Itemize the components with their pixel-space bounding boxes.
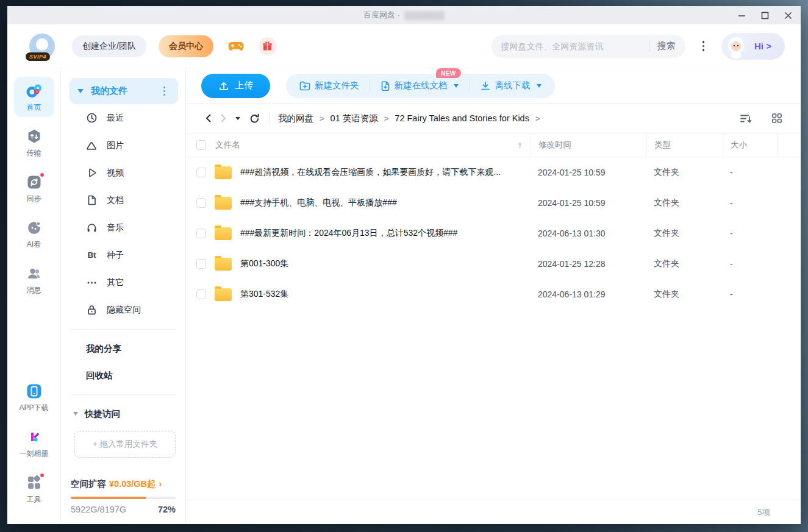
rail-label: AI看	[27, 239, 41, 250]
back-button[interactable]	[201, 111, 216, 126]
maximize-button[interactable]	[760, 11, 769, 20]
gift-button[interactable]	[259, 37, 277, 55]
file-name[interactable]: ###超清视频，在线观看会压缩画质，如果要画质好，请下载下来观...	[240, 167, 509, 178]
ai-view-icon	[26, 219, 43, 236]
search-input[interactable]	[501, 41, 642, 51]
sidebar-item-hidden-space[interactable]: 隐藏空间	[70, 296, 178, 324]
storage-progress-fill	[71, 497, 146, 499]
new-online-doc-button[interactable]: NEW 新建在线文档	[381, 80, 459, 91]
breadcrumb: 我的网盘 > 01 英语资源 > 72 Fairy Tales and Stor…	[278, 113, 540, 124]
file-name[interactable]: 第001-300集	[240, 258, 297, 269]
grid-view-button[interactable]	[769, 110, 785, 126]
expand-storage-link[interactable]: 空间扩容 ¥0.03/GB起 ›	[71, 478, 176, 490]
rail-item-messages[interactable]: 消息	[14, 260, 54, 300]
select-all-checkbox[interactable]	[196, 140, 206, 150]
breadcrumb-item[interactable]: 72 Fairy Tales and Stories for Kids	[395, 113, 529, 123]
table-row[interactable]: 第001-300集 2024-01-25 12:28 文件夹 -	[186, 249, 801, 279]
sidebar-item-label: 音乐	[107, 222, 124, 233]
sidebar-item-recent[interactable]: 最近	[70, 104, 178, 132]
user-avatar[interactable]: SVIP4	[29, 34, 55, 59]
folder-icon	[215, 258, 232, 271]
more-menu-button[interactable]	[699, 37, 709, 55]
table-row[interactable]: ###支持手机、电脑、电视、平板播放### 2024-01-25 10:59 文…	[186, 188, 801, 218]
file-name[interactable]: ###最新更新时间：2024年06月13日，总计532个视频###	[240, 228, 466, 239]
file-name[interactable]: 第301-532集	[240, 289, 297, 300]
create-team-button[interactable]: 创建企业/团队	[72, 35, 146, 57]
storage-usage: 5922G/8197G	[71, 505, 126, 514]
history-caret-icon[interactable]	[235, 117, 240, 120]
row-checkbox[interactable]	[196, 198, 206, 208]
member-center-button[interactable]: 会员中心	[159, 35, 213, 57]
rail-item-transfer[interactable]: 传输	[14, 122, 54, 163]
row-checkbox[interactable]	[196, 229, 206, 238]
ellipsis-icon	[86, 277, 98, 288]
sidebar-item-my-files[interactable]: 我的文件	[70, 78, 178, 104]
new-folder-icon	[299, 81, 310, 91]
main-panel: 上传 新建文件夹 NEW	[186, 68, 801, 524]
item-count: 5项	[757, 507, 770, 518]
collapse-caret-icon[interactable]	[77, 89, 84, 93]
sidebar-item-music[interactable]: 音乐	[70, 214, 178, 241]
new-folder-button[interactable]: 新建文件夹	[299, 80, 359, 91]
file-type: 文件夹	[646, 258, 723, 269]
row-checkbox[interactable]	[196, 289, 206, 299]
rail-item-photos[interactable]: 一刻相册	[14, 423, 54, 463]
file-modified: 2024-01-25 12:28	[531, 259, 646, 269]
sidebar-item-documents[interactable]: 文档	[70, 186, 178, 214]
sidebar-section-quick-access[interactable]: 快捷访问	[70, 400, 178, 427]
file-table-header: 文件名 ↑ 修改时间 类型 大小	[186, 133, 801, 157]
collapse-caret-icon[interactable]	[73, 412, 78, 416]
offline-download-button[interactable]: 离线下载	[480, 80, 542, 91]
chevron-right-icon: ›	[159, 478, 162, 489]
forward-button[interactable]	[216, 111, 231, 126]
rail-label: 消息	[27, 285, 41, 296]
drop-folder-zone[interactable]: + 拖入常用文件夹	[74, 431, 176, 458]
column-header-name[interactable]: 文件名	[215, 140, 240, 151]
sidebar-item-others[interactable]: 其它	[70, 269, 178, 296]
table-row[interactable]: 第301-532集 2024-06-13 01:29 文件夹 -	[186, 279, 801, 310]
rail-label: 一刻相册	[20, 449, 49, 459]
rail-item-app-download[interactable]: APP下载	[14, 377, 54, 417]
search-button[interactable]: 搜索	[657, 40, 676, 52]
column-header-type[interactable]: 类型	[646, 133, 723, 157]
close-button[interactable]	[784, 11, 792, 20]
row-checkbox[interactable]	[196, 259, 206, 269]
column-header-modified[interactable]: 修改时间	[531, 133, 646, 157]
file-modified: 2024-01-25 10:59	[531, 168, 646, 177]
image-icon	[86, 140, 98, 151]
assistant-avatar-icon	[724, 34, 748, 59]
game-button[interactable]	[228, 40, 244, 52]
rail-item-ai-view[interactable]: AI看	[14, 214, 54, 254]
sidebar-item-videos[interactable]: 视频	[70, 159, 178, 186]
sort-button[interactable]	[737, 111, 754, 126]
home-logo-icon	[26, 82, 43, 99]
rail-item-tools[interactable]: 工具	[14, 469, 54, 509]
breadcrumb-item[interactable]: 我的网盘	[278, 113, 313, 124]
assistant-pill[interactable]: Hi >	[721, 33, 785, 60]
expand-price: ¥0.03/GB起	[109, 478, 156, 490]
rail-item-sync[interactable]: 同步	[14, 168, 54, 208]
sidebar-item-my-share[interactable]: 我的分享	[70, 335, 178, 362]
sidebar-item-label: 视频	[107, 168, 124, 179]
sidebar-item-torrents[interactable]: Bt 种子	[70, 241, 178, 269]
sidebar-item-pictures[interactable]: 图片	[70, 132, 178, 159]
file-name[interactable]: ###支持手机、电脑、电视、平板播放###	[240, 197, 406, 208]
my-files-menu-button[interactable]	[160, 83, 169, 99]
rail-item-home[interactable]: 首页	[14, 77, 54, 117]
breadcrumb-item[interactable]: 01 英语资源	[331, 113, 378, 124]
table-row[interactable]: ###超清视频，在线观看会压缩画质，如果要画质好，请下载下来观... 2024-…	[186, 157, 801, 188]
column-header-size[interactable]: 大小	[723, 133, 778, 157]
sidebar-item-label: 隐藏空间	[107, 305, 141, 316]
notification-dot	[40, 172, 45, 177]
divider	[370, 80, 370, 91]
sort-ascending-icon[interactable]: ↑	[518, 140, 522, 150]
minimize-button[interactable]	[737, 11, 746, 20]
refresh-button[interactable]	[246, 110, 263, 127]
upload-button[interactable]: 上传	[201, 74, 270, 98]
row-checkbox[interactable]	[196, 168, 206, 177]
sidebar-item-label: 种子	[107, 250, 124, 261]
table-row[interactable]: ###最新更新时间：2024年06月13日，总计532个视频### 2024-0…	[186, 218, 801, 249]
nav-rail: 首页 传输	[7, 68, 61, 524]
sidebar-item-recycle-bin[interactable]: 回收站	[70, 362, 178, 389]
folder-icon	[215, 166, 232, 179]
